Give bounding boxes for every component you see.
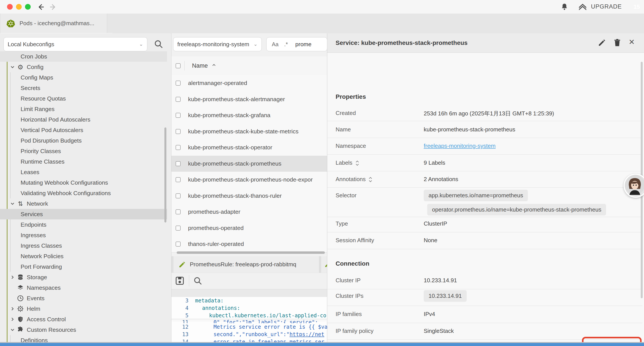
notifications-bell-icon[interactable] [560, 3, 568, 12]
namespace-link[interactable]: freeleaps-monitoring-system [424, 143, 496, 149]
sidebar-item-leases[interactable]: Leases [0, 167, 167, 177]
sidebar-item-services[interactable]: Services [0, 209, 167, 219]
sidebar-item-mutating-webhook-configurations[interactable]: Mutating Webhook Configurations [0, 177, 167, 188]
sort-asc-icon[interactable] [211, 63, 216, 69]
sidebar-item-resource-quotas[interactable]: Resource Quotas [0, 93, 167, 104]
tab-pods-icecheng-mathmas[interactable]: Pods - icecheng@mathmas... [0, 13, 107, 33]
row-divider [327, 138, 642, 138]
row-checkbox[interactable] [176, 177, 180, 182]
editor-tab[interactable]: PrometheusRule: freeleaps-prod-rabbitmq [173, 256, 319, 273]
namespace-select[interactable]: freeleaps-monitoring-system ⌄ [173, 37, 262, 51]
navigator-search-icon[interactable] [154, 39, 164, 50]
close-icon[interactable]: × [629, 36, 634, 47]
sorter-icon[interactable] [368, 176, 373, 183]
chevron-down-icon[interactable] [10, 201, 15, 207]
sidebar-item-ingress-classes[interactable]: Ingress Classes [0, 240, 167, 251]
forward-icon[interactable] [49, 3, 57, 11]
sidebar-item-vertical-pod-autoscalers[interactable]: Vertical Pod Autoscalers [0, 125, 167, 135]
sidebar-item-network-policies[interactable]: Network Policies [0, 251, 167, 262]
table-row[interactable]: prometheus-operated [172, 220, 327, 237]
row-checkbox[interactable] [176, 161, 180, 166]
row-checkbox[interactable] [176, 145, 180, 150]
sidebar-item-label: Vertical Pod Autoscalers [20, 127, 83, 134]
line-link[interactable]: https://net [290, 331, 324, 338]
horizontal-scrollbar[interactable] [177, 251, 325, 254]
table-row[interactable]: kube-prometheus-stack-prometheus [172, 156, 327, 172]
sidebar-item-cron-jobs[interactable]: Cron Jobs [0, 51, 167, 62]
table-row[interactable]: kube-prometheus-stack-prometheus-node-ex… [172, 172, 327, 188]
edit-pencil-icon[interactable] [597, 38, 606, 47]
sidebar-item-storage[interactable]: Storage [0, 272, 167, 283]
count-badge[interactable]: 15 [631, 1, 642, 12]
sidebar-item-priority-classes[interactable]: Priority Classes [0, 146, 167, 156]
line-number: 12 [172, 324, 188, 330]
row-checkbox[interactable] [176, 129, 180, 134]
sidebar-item-label: Leases [20, 169, 39, 176]
service-name: kube-prometheus-stack-grafana [188, 112, 270, 119]
table-row[interactable]: kube-prometheus-stack-kube-state-metrics [172, 123, 327, 140]
regex-toggle[interactable]: .* [284, 41, 288, 47]
table-row[interactable]: kube-prometheus-stack-grafana [172, 107, 327, 124]
delete-trash-icon[interactable] [613, 38, 622, 47]
sidebar-item-ingresses[interactable]: Ingresses [0, 230, 167, 240]
table-row[interactable]: alertmanager-operated [172, 75, 327, 91]
chevron-down-icon[interactable] [10, 327, 15, 333]
sidebar-item-endpoints[interactable]: Endpoints [0, 219, 167, 230]
tab-label: Pods - icecheng@mathmas... [20, 20, 94, 27]
row-checkbox[interactable] [176, 113, 180, 118]
chevron-down-icon: ⌄ [139, 41, 143, 47]
upgrade-icon[interactable] [578, 2, 588, 13]
traffic-light-minimize[interactable] [16, 4, 22, 10]
sidebar-item-helm[interactable]: Helm [0, 304, 167, 314]
traffic-light-close[interactable] [7, 4, 13, 10]
sidebar-item-limit-ranges[interactable]: Limit Ranges [0, 104, 167, 114]
sidebar-item-custom-resources[interactable]: Custom Resources [0, 325, 167, 335]
sidebar-item-horizontal-pod-autoscalers[interactable]: Horizontal Pod Autoscalers [0, 114, 167, 125]
kubeconfig-select[interactable]: Local Kubeconfigs ⌄ [4, 37, 147, 51]
sidebar-item-pod-disruption-budgets[interactable]: Pod Disruption Budgets [0, 135, 167, 146]
sidebar-item-config-maps[interactable]: Config Maps [0, 72, 167, 83]
filter-searchbox[interactable]: Aa .* prome [266, 37, 327, 51]
filter-query[interactable]: prome [295, 41, 312, 48]
table-row[interactable]: thanos-ruler-operated [172, 236, 327, 253]
yaml-editor[interactable]: 3metadata:4annotations:5kubectl.kubernet… [172, 297, 327, 343]
table-row[interactable]: kube-prometheus-stack-alertmanager [172, 91, 327, 108]
select-all-checkbox[interactable] [176, 63, 180, 68]
row-checkbox[interactable] [176, 97, 180, 102]
table-row[interactable]: kube-prometheus-stack-thanos-ruler [172, 188, 327, 204]
sidebar-item-port-forwarding[interactable]: Port Forwarding [0, 262, 167, 272]
chevron-right-icon[interactable] [10, 317, 15, 322]
services-rows: alertmanager-operatedkube-prometheus-sta… [172, 75, 327, 253]
sidebar-item-validating-webhook-configurations[interactable]: Validating Webhook Configurations [0, 188, 167, 198]
row-checkbox[interactable] [176, 81, 180, 86]
sidebar-item-runtime-classes[interactable]: Runtime Classes [0, 156, 167, 167]
sidebar-item-label: Pod Disruption Budgets [20, 137, 82, 144]
traffic-light-zoom[interactable] [25, 4, 31, 10]
upgrade-label[interactable]: UPGRADE [591, 3, 622, 10]
sidebar-item-access-control[interactable]: Access Control [0, 314, 167, 325]
row-checkbox[interactable] [176, 209, 180, 214]
row-checkbox[interactable] [176, 242, 180, 247]
property-label: Created [336, 110, 356, 116]
navigator-scrollbar[interactable] [164, 127, 166, 223]
sidebar-item-namespaces[interactable]: Namespaces [0, 283, 167, 293]
chevron-right-icon[interactable] [10, 274, 15, 280]
row-checkbox[interactable] [176, 226, 180, 231]
sorter-icon[interactable] [355, 160, 360, 166]
sidebar-item-config[interactable]: ⚙Config [0, 62, 167, 72]
editor-search-icon[interactable] [193, 276, 202, 287]
match-case-toggle[interactable]: Aa [272, 41, 278, 47]
sidebar-item-events[interactable]: Events [0, 293, 167, 304]
chevron-down-icon[interactable] [10, 64, 15, 70]
table-row[interactable]: kube-prometheus-stack-operator [172, 139, 327, 156]
table-row[interactable]: prometheus-adapter [172, 204, 327, 220]
sidebar-item-network[interactable]: ⇅Network [0, 198, 167, 209]
back-icon[interactable] [37, 3, 45, 11]
column-name[interactable]: Name [192, 62, 208, 69]
chevron-right-icon[interactable] [10, 306, 15, 312]
row-checkbox[interactable] [176, 193, 180, 198]
editor-tab-next-sliver[interactable] [321, 256, 327, 273]
save-icon[interactable] [175, 276, 184, 287]
sidebar-item-secrets[interactable]: Secrets [0, 83, 167, 93]
property-value: 2 Annotations [424, 176, 458, 183]
